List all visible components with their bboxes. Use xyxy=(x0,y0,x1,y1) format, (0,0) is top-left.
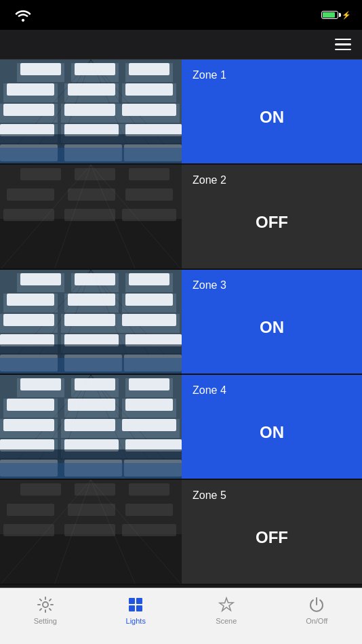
svg-rect-66 xyxy=(125,273,173,292)
svg-rect-151 xyxy=(136,605,142,611)
svg-rect-78 xyxy=(119,314,180,333)
svg-rect-44 xyxy=(7,188,54,201)
zone-control-4[interactable]: Zone 4ON xyxy=(182,375,362,479)
zone-item-5[interactable]: Zone 5OFF xyxy=(0,480,362,585)
svg-rect-22 xyxy=(61,104,119,123)
svg-rect-105 xyxy=(125,378,173,397)
zone-label-3: Zone 3 xyxy=(193,279,351,291)
zone-item-1[interactable]: Zone 1ON xyxy=(0,60,362,165)
svg-rect-76 xyxy=(61,314,119,333)
svg-rect-149 xyxy=(136,598,142,604)
tab-icon-onoff xyxy=(307,595,326,614)
svg-rect-140 xyxy=(3,524,54,536)
zone-control-5[interactable]: Zone 5OFF xyxy=(182,480,362,584)
zone-label-2: Zone 2 xyxy=(193,174,351,186)
svg-rect-134 xyxy=(20,483,61,496)
svg-rect-47 xyxy=(3,209,54,221)
svg-rect-41 xyxy=(20,168,61,180)
zone-label-5: Zone 5 xyxy=(193,489,351,502)
tab-icon-setting xyxy=(36,595,55,614)
zone-image-1 xyxy=(0,60,182,163)
zone-label-1: Zone 1 xyxy=(193,69,351,81)
svg-rect-12 xyxy=(125,63,173,82)
svg-rect-117 xyxy=(119,419,180,438)
battery-fill xyxy=(323,12,335,18)
svg-rect-113 xyxy=(0,419,58,438)
svg-rect-101 xyxy=(17,378,64,397)
zone-item-2[interactable]: Zone 2OFF xyxy=(0,165,362,270)
tab-bar: Setting Lights Scene On/Off xyxy=(0,588,362,644)
svg-rect-72 xyxy=(122,294,176,313)
svg-rect-14 xyxy=(3,83,58,102)
zone-item-3[interactable]: Zone 3ON xyxy=(0,270,362,375)
menu-line-1 xyxy=(335,39,351,41)
zone-control-2[interactable]: Zone 2OFF xyxy=(182,165,362,268)
zone-image-4 xyxy=(0,375,182,479)
svg-rect-103 xyxy=(71,378,119,397)
menu-button[interactable] xyxy=(335,39,351,51)
svg-rect-10 xyxy=(71,63,119,82)
tab-item-onoff[interactable]: On/Off xyxy=(272,595,363,625)
svg-rect-46 xyxy=(125,188,173,201)
svg-rect-150 xyxy=(129,605,135,611)
zone-image-2 xyxy=(0,165,182,268)
zones-list: Zone 1ONZone 2OFFZone 3ONZone 4ONZone 5O… xyxy=(0,60,362,588)
wifi-icon xyxy=(15,7,31,23)
tab-item-lights[interactable]: Lights xyxy=(91,595,182,625)
svg-rect-148 xyxy=(129,598,135,604)
zone-status-3: ON xyxy=(182,318,362,337)
svg-rect-43 xyxy=(129,168,169,180)
tab-label-onoff: On/Off xyxy=(306,617,327,625)
menu-line-2 xyxy=(335,43,351,45)
battery-icon xyxy=(321,11,338,19)
svg-rect-137 xyxy=(7,504,54,516)
tab-icon-scene xyxy=(217,595,236,614)
svg-rect-8 xyxy=(17,63,64,82)
svg-rect-20 xyxy=(0,104,58,123)
zone-control-3[interactable]: Zone 3ON xyxy=(182,270,362,374)
status-left xyxy=(11,7,31,23)
svg-rect-38 xyxy=(0,148,182,163)
zone-label-4: Zone 4 xyxy=(193,384,351,397)
svg-rect-74 xyxy=(0,314,58,333)
svg-rect-18 xyxy=(122,83,176,102)
zone-control-1[interactable]: Zone 1ON xyxy=(182,60,362,163)
bolt-icon: ⚡ xyxy=(342,11,351,20)
svg-rect-131 xyxy=(0,463,182,479)
svg-rect-68 xyxy=(3,294,58,313)
svg-rect-138 xyxy=(68,504,115,516)
svg-rect-139 xyxy=(125,504,173,516)
zone-item-4[interactable]: Zone 4ON xyxy=(0,375,362,480)
svg-rect-115 xyxy=(61,419,119,438)
zone-status-4: ON xyxy=(182,423,362,442)
svg-rect-107 xyxy=(3,399,58,418)
svg-point-147 xyxy=(43,602,48,607)
zone-image-5 xyxy=(0,480,182,584)
zone-status-2: OFF xyxy=(182,213,362,232)
svg-rect-111 xyxy=(122,399,176,418)
svg-rect-70 xyxy=(64,294,119,313)
zone-image-3 xyxy=(0,270,182,374)
status-right: ⚡ xyxy=(321,11,351,20)
svg-rect-109 xyxy=(64,399,119,418)
tab-icon-lights xyxy=(126,595,145,614)
status-bar: ⚡ xyxy=(0,0,362,30)
svg-rect-16 xyxy=(64,83,119,102)
svg-rect-45 xyxy=(68,188,115,201)
zone-status-5: OFF xyxy=(182,528,362,547)
tab-label-scene: Scene xyxy=(216,617,237,625)
menu-line-3 xyxy=(335,49,351,51)
zone-status-1: ON xyxy=(182,108,362,127)
toolbar xyxy=(0,30,362,60)
svg-rect-24 xyxy=(119,104,180,123)
svg-rect-92 xyxy=(0,358,182,374)
tab-label-lights: Lights xyxy=(126,617,146,625)
tab-label-setting: Setting xyxy=(34,617,57,625)
svg-rect-62 xyxy=(17,273,64,292)
tab-item-setting[interactable]: Setting xyxy=(0,595,91,625)
tab-item-scene[interactable]: Scene xyxy=(181,595,272,625)
svg-rect-64 xyxy=(71,273,119,292)
svg-rect-136 xyxy=(129,483,169,496)
